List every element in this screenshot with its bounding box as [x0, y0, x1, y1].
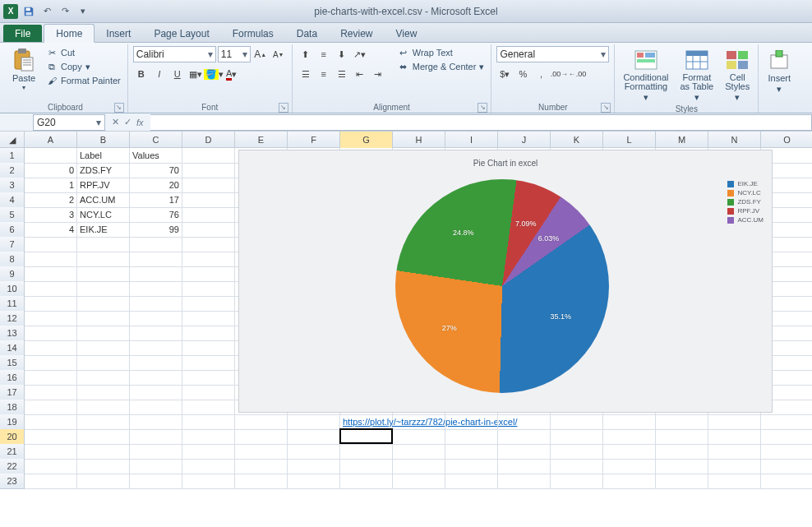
cell-C16[interactable] [130, 370, 182, 386]
cell-N20[interactable] [708, 429, 761, 445]
decrease-decimal-icon[interactable]: ←.00 [569, 66, 585, 82]
cell-C5[interactable]: 76 [130, 207, 182, 223]
increase-font-icon[interactable]: A▲ [252, 46, 269, 62]
cell-C3[interactable]: 20 [130, 178, 182, 193]
cell-J21[interactable] [498, 444, 551, 460]
cell-G22[interactable] [340, 459, 393, 474]
row-header-1[interactable]: 1 [0, 148, 25, 164]
cell-D13[interactable] [182, 326, 235, 341]
cell-D5[interactable] [182, 207, 235, 223]
undo-icon[interactable]: ↶ [39, 4, 54, 19]
col-C[interactable]: C [130, 132, 182, 148]
cell-A18[interactable] [25, 400, 77, 415]
cell-B8[interactable] [77, 252, 130, 267]
cell-B11[interactable] [77, 296, 130, 312]
cell-A3[interactable]: 1 [25, 178, 77, 193]
cell-D6[interactable] [182, 222, 235, 238]
cell-F23[interactable] [288, 474, 340, 489]
cell-K20[interactable] [551, 429, 603, 445]
cell-E22[interactable] [235, 459, 288, 474]
number-launcher-icon[interactable]: ↘ [601, 103, 611, 113]
cell-A20[interactable] [25, 429, 77, 445]
cell-G23[interactable] [340, 474, 393, 489]
col-G[interactable]: G [340, 132, 393, 148]
align-middle-icon[interactable]: ≡ [316, 46, 332, 62]
cell-B20[interactable] [77, 429, 130, 445]
cell-K22[interactable] [551, 459, 603, 474]
row-header-14[interactable]: 14 [0, 340, 25, 356]
cell-C22[interactable] [130, 459, 182, 474]
wrap-text-button[interactable]: ↩ Wrap Text [396, 46, 487, 59]
cell-A6[interactable]: 4 [25, 222, 77, 238]
cell-A5[interactable]: 3 [25, 207, 77, 223]
cell-B6[interactable]: EIK.JE [77, 222, 130, 238]
cell-E20[interactable] [235, 429, 288, 445]
border-button[interactable]: ▦▾ [187, 66, 204, 82]
cell-I22[interactable] [445, 459, 498, 474]
cell-L21[interactable] [603, 444, 656, 460]
cell-D23[interactable] [182, 474, 235, 489]
cell-D11[interactable] [182, 296, 235, 312]
cell-A23[interactable] [25, 474, 77, 489]
cell-A13[interactable] [25, 326, 77, 341]
name-box[interactable]: G20 ▾ [33, 114, 105, 131]
row-header-3[interactable]: 3 [0, 178, 25, 193]
cell-A9[interactable] [25, 266, 77, 282]
cell-A16[interactable] [25, 370, 77, 386]
row-header-7[interactable]: 7 [0, 237, 25, 252]
align-right-icon[interactable]: ☰ [334, 66, 350, 82]
cell-D3[interactable] [182, 178, 235, 193]
cell-B5[interactable]: NCY.LC [77, 207, 130, 223]
insert-cells-button[interactable]: Insert▾ [764, 46, 795, 96]
cell-E21[interactable] [235, 444, 288, 460]
cell-A21[interactable] [25, 444, 77, 460]
col-K[interactable]: K [551, 132, 603, 148]
formula-input[interactable] [150, 114, 812, 131]
cell-F20[interactable] [288, 429, 340, 445]
cell-A22[interactable] [25, 459, 77, 474]
cell-C7[interactable] [130, 237, 182, 252]
cell-B9[interactable] [77, 266, 130, 282]
cell-O20[interactable] [761, 429, 812, 445]
cell-I19[interactable] [445, 414, 498, 430]
format-as-table-button[interactable]: Format as Table▾ [676, 46, 717, 104]
cell-O23[interactable] [761, 474, 812, 489]
clipboard-launcher-icon[interactable]: ↘ [114, 103, 124, 113]
cell-A19[interactable] [25, 414, 77, 430]
row-header-13[interactable]: 13 [0, 326, 25, 341]
cell-C10[interactable] [130, 281, 182, 297]
row-header-12[interactable]: 12 [0, 311, 25, 326]
col-H[interactable]: H [393, 132, 445, 148]
fill-color-button[interactable]: 🪣▾ [205, 66, 222, 82]
cell-B19[interactable] [77, 414, 130, 430]
row-header-10[interactable]: 10 [0, 281, 25, 297]
cell-B23[interactable] [77, 474, 130, 489]
cell-J22[interactable] [498, 459, 551, 474]
cell-C9[interactable] [130, 266, 182, 282]
cell-C18[interactable] [130, 400, 182, 415]
cell-J23[interactable] [498, 474, 551, 489]
row-header-8[interactable]: 8 [0, 252, 25, 267]
cell-C11[interactable] [130, 296, 182, 312]
cell-F22[interactable] [288, 459, 340, 474]
save-icon[interactable] [21, 4, 36, 19]
cell-H20[interactable] [393, 429, 445, 445]
conditional-formatting-button[interactable]: Conditional Formatting▾ [620, 46, 671, 104]
row-header-20[interactable]: 20 [0, 429, 25, 445]
row-header-23[interactable]: 23 [0, 474, 25, 489]
col-L[interactable]: L [603, 132, 656, 148]
cell-O21[interactable] [761, 444, 812, 460]
paste-button[interactable]: Paste ▾ [8, 46, 39, 93]
fx-icon[interactable]: fx [136, 118, 144, 127]
cell-L23[interactable] [603, 474, 656, 489]
cell-B1[interactable]: Label [77, 148, 130, 164]
cell-D17[interactable] [182, 385, 235, 400]
col-F[interactable]: F [288, 132, 340, 148]
increase-indent-icon[interactable]: ⇥ [370, 66, 386, 82]
cell-B22[interactable] [77, 459, 130, 474]
cell-N22[interactable] [708, 459, 761, 474]
col-O[interactable]: O [761, 132, 812, 148]
cancel-icon[interactable]: ✕ [112, 117, 119, 127]
cell-H23[interactable] [393, 474, 445, 489]
row-header-9[interactable]: 9 [0, 266, 25, 282]
